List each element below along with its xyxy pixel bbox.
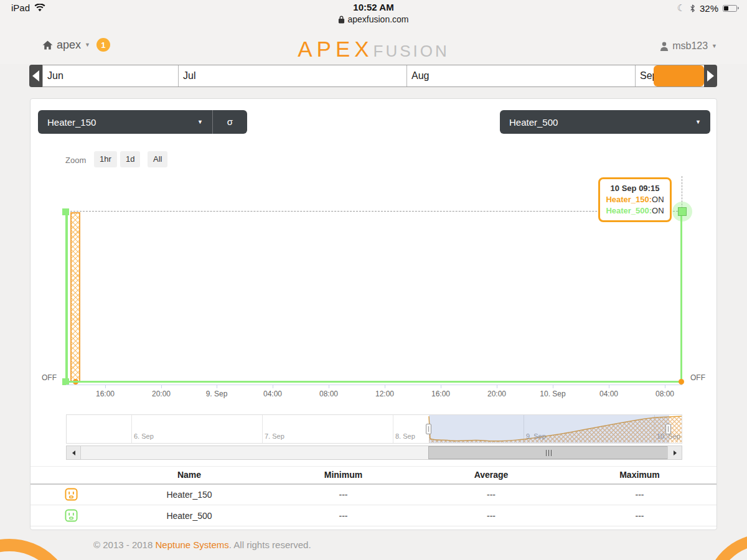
scroll-right-button[interactable] bbox=[667, 446, 682, 459]
arrow-left-icon bbox=[32, 70, 39, 82]
x-tick bbox=[609, 385, 609, 388]
row-average: --- bbox=[420, 484, 563, 505]
row-minimum: --- bbox=[267, 484, 420, 505]
y-axis-label-left: OFF bbox=[35, 373, 57, 382]
x-tick-label: 08:00 bbox=[646, 390, 684, 398]
x-tick-label: 04:00 bbox=[254, 390, 291, 398]
scrollbar-thumb[interactable] bbox=[428, 446, 669, 459]
month-paginator: Jun Jul Aug Sep bbox=[29, 65, 717, 87]
navigator-left-handle[interactable] bbox=[426, 424, 431, 434]
do-not-disturb-moon-icon: ☾ bbox=[677, 2, 685, 14]
crosshair-horizontal bbox=[70, 211, 678, 212]
row-maximum: --- bbox=[563, 505, 716, 526]
current-period-highlight[interactable] bbox=[654, 65, 704, 86]
bluetooth-icon bbox=[690, 4, 695, 12]
navigator-selected-range[interactable] bbox=[429, 415, 669, 443]
heater500-marker-top-left bbox=[62, 208, 69, 215]
x-tick bbox=[217, 385, 217, 388]
row-name: Heater_150 bbox=[111, 484, 267, 505]
chevron-down-icon: ▼ bbox=[695, 119, 710, 125]
x-axis-line bbox=[66, 385, 682, 385]
x-tick-label: 04:00 bbox=[590, 390, 627, 398]
heater150-hatched-area bbox=[70, 212, 80, 381]
app-header: apex ▼ 1 APEXFUSION msb123 ▼ bbox=[0, 28, 747, 64]
month-cell-jun[interactable]: Jun bbox=[42, 65, 179, 86]
x-tick-label: 16:00 bbox=[422, 390, 459, 398]
scroll-left-button[interactable] bbox=[67, 446, 81, 459]
table-header-row: Name Minimum Average Maximum bbox=[31, 467, 716, 484]
next-month-button[interactable] bbox=[704, 65, 717, 87]
heater500-hover-marker bbox=[678, 207, 687, 216]
x-tick-label: 08:00 bbox=[310, 390, 347, 398]
user-icon bbox=[660, 42, 669, 51]
tooltip-row-heater500: Heater_500:ON bbox=[603, 205, 667, 217]
right-probe-dropdown[interactable]: Heater_500 ▼ bbox=[500, 110, 710, 134]
zoom-label: Zoom bbox=[65, 156, 86, 165]
heater500-off-line bbox=[67, 381, 682, 383]
previous-month-button[interactable] bbox=[29, 65, 42, 87]
y-axis-label-right: OFF bbox=[690, 373, 705, 382]
arrow-left-icon bbox=[72, 450, 75, 455]
chart-panel: Heater_150 ▼ σ Heater_500 ▼ Zoom 1hr 1d … bbox=[30, 98, 717, 530]
sigma-button[interactable]: σ bbox=[212, 110, 247, 134]
x-tick bbox=[553, 385, 553, 388]
battery-icon bbox=[723, 5, 737, 12]
x-tick bbox=[105, 385, 106, 388]
row-maximum: --- bbox=[563, 484, 716, 505]
logo-fusion-text: FUSION bbox=[374, 42, 449, 60]
arrow-right-icon bbox=[707, 70, 714, 82]
month-cells: Jun Jul Aug Sep bbox=[42, 65, 704, 87]
x-tick-label: 20:00 bbox=[478, 390, 515, 398]
neptune-systems-link[interactable]: Neptune Systems bbox=[155, 539, 228, 550]
range-navigator[interactable]: 6. Sep 7. Sep 8. Sep 9. Sep 10. Sep bbox=[66, 414, 682, 444]
decorative-arc bbox=[705, 534, 747, 560]
heater500-left-edge-line bbox=[65, 212, 68, 382]
chart-scrollbar[interactable] bbox=[66, 446, 682, 460]
decorative-arc bbox=[0, 539, 75, 560]
heater500-right-edge-line bbox=[680, 212, 682, 381]
x-tick bbox=[273, 385, 273, 388]
tooltip-timestamp: 10 Sep 09:15 bbox=[603, 184, 667, 193]
x-tick-label: 10. Sep bbox=[534, 390, 571, 398]
outlet-icon bbox=[65, 488, 78, 501]
copyright-text: © 2013 - 2018 Neptune Systems. All right… bbox=[93, 530, 311, 560]
address-bar[interactable]: apexfusion.com bbox=[0, 14, 747, 24]
zoom-all-button[interactable]: All bbox=[148, 151, 167, 167]
page-footer: © 2013 - 2018 Neptune Systems. All right… bbox=[0, 530, 747, 560]
col-header-minimum: Minimum bbox=[267, 467, 420, 484]
nav-day-label: 8. Sep bbox=[395, 432, 415, 440]
battery-percent-label: 32% bbox=[700, 3, 718, 14]
x-tick bbox=[329, 385, 329, 388]
col-header-name: Name bbox=[111, 467, 267, 484]
x-tick-label: 9. Sep bbox=[198, 390, 235, 398]
zoom-1d-button[interactable]: 1d bbox=[120, 151, 140, 167]
table-row: Heater_500 --- --- --- bbox=[31, 505, 716, 526]
zoom-1hr-button[interactable]: 1hr bbox=[94, 151, 117, 167]
heater150-hover-marker bbox=[679, 379, 684, 385]
chevron-down-icon: ▼ bbox=[197, 119, 212, 125]
x-tick bbox=[665, 385, 665, 388]
apexfusion-logo: APEXFUSION bbox=[0, 37, 747, 62]
month-cell-jul[interactable]: Jul bbox=[179, 65, 407, 86]
nav-day-label: 7. Sep bbox=[265, 432, 284, 440]
row-average: --- bbox=[420, 505, 563, 526]
x-tick bbox=[385, 385, 385, 388]
username-label: msb123 bbox=[672, 40, 708, 52]
tooltip-row-heater150: Heater_150:ON bbox=[603, 194, 667, 205]
arrow-right-icon bbox=[674, 450, 677, 455]
col-header-average: Average bbox=[420, 467, 563, 484]
month-cell-aug[interactable]: Aug bbox=[407, 65, 636, 86]
ios-status-bar: iPad 10:52 AM apexfusion.com ☾ 32% bbox=[0, 0, 747, 28]
navigator-right-handle[interactable] bbox=[665, 424, 671, 434]
chevron-down-icon: ▼ bbox=[712, 43, 717, 49]
user-menu[interactable]: msb123 ▼ bbox=[660, 40, 717, 52]
x-tick bbox=[441, 385, 441, 388]
x-tick-label: 16:00 bbox=[87, 390, 124, 398]
x-tick bbox=[497, 385, 497, 388]
left-probe-dropdown[interactable]: Heater_150 ▼ σ bbox=[38, 110, 247, 134]
col-header-maximum: Maximum bbox=[563, 467, 716, 484]
right-probe-label: Heater_500 bbox=[500, 117, 695, 128]
outlet-icon bbox=[65, 509, 78, 522]
row-minimum: --- bbox=[267, 505, 420, 526]
table-row: Heater_150 --- --- --- bbox=[31, 484, 716, 505]
